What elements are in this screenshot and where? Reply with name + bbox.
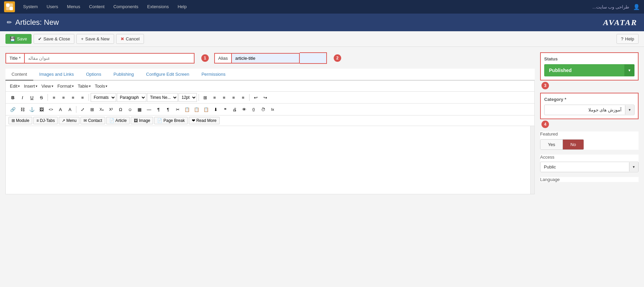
- paragraph-select[interactable]: Paragraph: [117, 93, 146, 102]
- align-center-button[interactable]: ≡: [59, 93, 68, 102]
- subscript-button[interactable]: X₂: [97, 105, 106, 114]
- highlight-button[interactable]: A: [66, 105, 74, 114]
- unlink-button[interactable]: ⛓: [18, 105, 27, 114]
- nav-menus[interactable]: Menus: [63, 0, 84, 14]
- special-char-button[interactable]: Ω: [116, 105, 125, 114]
- brand-logo: AVATAR: [603, 18, 638, 27]
- tab-configure-edit[interactable]: Configure Edit Screen: [140, 69, 195, 80]
- menu-tools[interactable]: Tools ▾: [93, 83, 109, 89]
- superscript-button[interactable]: X²: [107, 105, 115, 114]
- alias-input[interactable]: [232, 53, 300, 64]
- image-plugin-button[interactable]: 🖼 Image: [131, 117, 153, 124]
- fullscreen-button[interactable]: ⤢: [78, 105, 87, 114]
- font-select[interactable]: Times Ne...: [147, 93, 178, 102]
- horizontal-rule-button[interactable]: —: [145, 105, 153, 114]
- site-link[interactable]: ...طراحی وب سایت: [592, 4, 629, 10]
- undo-button[interactable]: ↩: [251, 93, 260, 102]
- edit-caret: ▾: [18, 84, 20, 88]
- paste-text-button[interactable]: 📋: [202, 105, 210, 114]
- formats-select[interactable]: Formats: [91, 93, 116, 102]
- nav-system[interactable]: System: [20, 0, 41, 14]
- tab-images-links[interactable]: Images and Links: [33, 69, 80, 80]
- pilcrow-button[interactable]: ¶: [164, 105, 172, 114]
- featured-no-button[interactable]: No: [563, 140, 584, 149]
- access-dropdown[interactable]: Public ▾: [540, 162, 639, 172]
- menu-view[interactable]: View ▾: [40, 83, 55, 89]
- nav-help[interactable]: Help: [174, 0, 190, 14]
- nav-extensions[interactable]: Extensions: [144, 0, 172, 14]
- djtabs-plugin-button[interactable]: ≡ DJ-Tabs: [33, 117, 58, 124]
- paste-button[interactable]: 📋: [192, 105, 201, 114]
- menu-table[interactable]: Table ▾: [76, 83, 92, 89]
- tab-permissions[interactable]: Permissions: [195, 69, 232, 80]
- page-header: ✏ Articles: New AVATAR: [0, 14, 644, 31]
- help-button[interactable]: ? Help: [617, 34, 639, 44]
- save-close-button[interactable]: ✔ Save & Close: [34, 34, 75, 44]
- table-icon-button[interactable]: ⊞: [201, 93, 209, 102]
- bold-button[interactable]: B: [8, 93, 17, 102]
- menu-format[interactable]: Format ▾: [56, 83, 75, 89]
- ordered-list-button[interactable]: ≡: [220, 93, 228, 102]
- read-more-button[interactable]: ❤ Read More: [189, 117, 219, 124]
- image-button[interactable]: 🖼: [37, 105, 46, 114]
- paragraph-mark-button[interactable]: ¶: [154, 105, 163, 114]
- user-icon[interactable]: 👤: [633, 4, 640, 10]
- access-label: Access: [540, 155, 639, 160]
- align-left-button[interactable]: ≡: [50, 93, 58, 102]
- nav-content[interactable]: Content: [86, 0, 108, 14]
- align-right-button[interactable]: ≡: [69, 93, 77, 102]
- arrow-down-button[interactable]: ⬇: [211, 105, 220, 114]
- indent-button[interactable]: ≡: [239, 93, 247, 102]
- contact-plugin-button[interactable]: ✉ Contact: [80, 117, 105, 124]
- cancel-button[interactable]: ✖ Cancel: [116, 34, 144, 44]
- editor-scrollbar[interactable]: [530, 126, 534, 194]
- italic-button[interactable]: I: [18, 93, 27, 102]
- access-section: Access Public ▾: [540, 155, 639, 172]
- module-plugin-button[interactable]: ⊞ Module: [8, 117, 32, 124]
- table-btn2[interactable]: ⊞: [88, 105, 96, 114]
- anchor-button[interactable]: ⚓: [27, 105, 36, 114]
- font-color-button[interactable]: A: [56, 105, 65, 114]
- editor-body[interactable]: [6, 126, 534, 194]
- save-new-button[interactable]: + Save & New: [76, 34, 114, 44]
- emoticons-button[interactable]: ☺: [126, 105, 134, 114]
- source-code-button[interactable]: {}: [249, 105, 258, 114]
- status-dropdown[interactable]: Published ▾: [544, 64, 634, 76]
- nav-components[interactable]: Components: [110, 0, 142, 14]
- underline-button[interactable]: U: [27, 93, 36, 102]
- tab-options[interactable]: Options: [80, 69, 107, 80]
- save-button[interactable]: 💾 Save: [5, 34, 32, 44]
- outdent-button[interactable]: ≡: [229, 93, 238, 102]
- page-break-button[interactable]: 📄 Page Break: [154, 117, 188, 124]
- align-justify-button[interactable]: ≡: [78, 93, 87, 102]
- preview-button[interactable]: 👁: [240, 105, 249, 114]
- menu-edit[interactable]: Edit ▾: [8, 83, 21, 89]
- redo-button[interactable]: ↪: [261, 93, 270, 102]
- article-plugin-button[interactable]: 📄 Article: [106, 117, 130, 124]
- featured-yes-button[interactable]: Yes: [540, 140, 563, 149]
- cut-button[interactable]: ✂: [173, 105, 182, 114]
- media-button[interactable]: ▦: [135, 105, 144, 114]
- category-dropdown[interactable]: آموزش های جوملا ▾: [544, 105, 634, 115]
- title-input[interactable]: [25, 53, 195, 64]
- code-button[interactable]: <>: [47, 105, 55, 114]
- tab-content[interactable]: Content: [5, 69, 33, 80]
- separator-2: [89, 94, 89, 101]
- check-icon: ✔: [38, 36, 42, 41]
- block-quote-button[interactable]: ❝: [221, 105, 229, 114]
- nav-users[interactable]: Users: [43, 0, 61, 14]
- link-button[interactable]: 🔗: [8, 105, 17, 114]
- menu-insert[interactable]: Insert ▾: [22, 83, 39, 89]
- clear-formatting-button[interactable]: Ix: [268, 105, 277, 114]
- menu-icon: ↗: [62, 118, 65, 123]
- bullet-list-button[interactable]: ≡: [210, 93, 219, 102]
- language-section: Language: [540, 177, 639, 182]
- separator-1: [48, 94, 48, 101]
- tab-publishing[interactable]: Publishing: [107, 69, 140, 80]
- strikethrough-button[interactable]: S: [37, 93, 46, 102]
- print-button[interactable]: 🖨: [230, 105, 239, 114]
- menu-plugin-button[interactable]: ↗ Menu: [59, 117, 79, 124]
- font-size-select[interactable]: 12pt: [179, 93, 197, 102]
- template-button[interactable]: ⏱: [259, 105, 268, 114]
- copy-button[interactable]: 📋: [183, 105, 191, 114]
